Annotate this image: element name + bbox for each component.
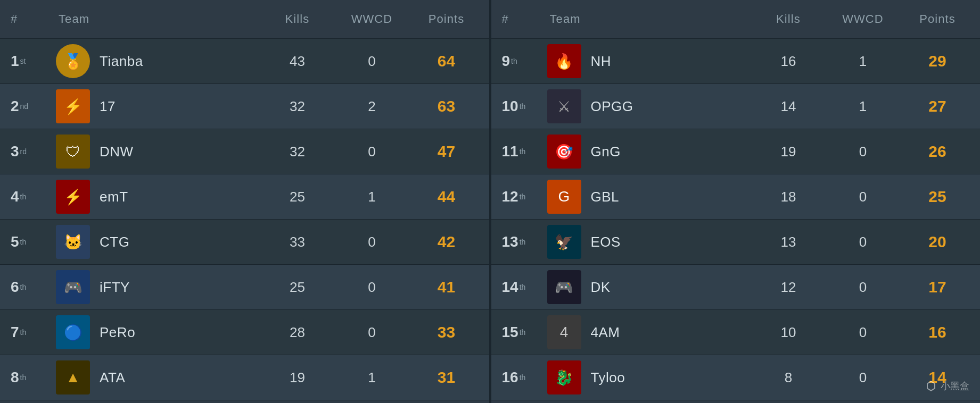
team-logo: 4 — [547, 315, 581, 349]
points-cell: 64 — [409, 52, 484, 70]
table-row: 5 th 🐱 CTG 33 0 42 — [0, 220, 489, 265]
rank-number: 3 — [11, 143, 19, 160]
kills-cell: 16 — [751, 53, 826, 70]
right-header-rank: # — [497, 12, 545, 26]
wwcd-cell: 1 — [826, 53, 900, 70]
team-logo: 🔵 — [56, 315, 90, 349]
table-row: 11 th 🎯 GnG 19 0 26 — [491, 129, 981, 174]
rank-suffix: st — [20, 57, 26, 65]
rank-cell: 4 th — [5, 188, 53, 205]
rank-suffix: th — [20, 373, 27, 382]
rank-suffix: th — [20, 283, 27, 291]
wwcd-cell: 1 — [826, 98, 900, 115]
team-name: Tyloo — [591, 370, 625, 386]
wwcd-cell: 0 — [335, 53, 409, 70]
points-cell: 42 — [409, 233, 484, 251]
kills-cell: 28 — [260, 324, 335, 341]
rank-cell: 14 th — [497, 279, 545, 296]
kills-cell: 33 — [260, 234, 335, 250]
rank-number: 6 — [11, 279, 19, 296]
rank-suffix: th — [20, 192, 27, 201]
points-cell: 17 — [900, 278, 975, 296]
team-name: CTG — [100, 234, 129, 250]
team-cell: ⚡ emT — [53, 180, 260, 214]
rank-cell: 6 th — [5, 279, 53, 296]
rank-cell: 8 th — [5, 369, 53, 386]
wwcd-cell: 0 — [826, 234, 900, 250]
rank-suffix: rd — [20, 147, 27, 156]
rank-suffix: th — [520, 238, 526, 246]
right-table-section: # Team Kills WWCD Points 9 th 🔥 NH 16 1 … — [491, 0, 981, 403]
rank-number: 5 — [11, 233, 19, 250]
team-cell: 🎮 DK — [545, 270, 752, 304]
rank-number: 1 — [11, 53, 19, 70]
kills-cell: 8 — [751, 370, 826, 386]
right-header-team: Team — [545, 12, 752, 26]
rank-number: 8 — [11, 369, 19, 386]
points-cell: 20 — [900, 233, 975, 251]
points-cell: 29 — [900, 52, 975, 70]
wwcd-cell: 2 — [335, 98, 409, 115]
team-logo: 🎮 — [56, 270, 90, 304]
rank-cell: 12 th — [497, 188, 545, 205]
table-row: 10 th ⚔ OPGG 14 1 27 — [491, 84, 981, 129]
team-cell: ⚡ 17 — [53, 89, 260, 123]
team-name: GnG — [591, 144, 621, 160]
team-logo: ▲ — [56, 360, 90, 394]
team-logo: 🐱 — [56, 225, 90, 259]
team-name: NH — [591, 53, 612, 70]
table-row: 1 st 🏅 Tianba 43 0 64 — [0, 39, 489, 84]
team-name: Tianba — [100, 53, 143, 70]
rank-suffix: th — [520, 102, 526, 111]
rank-number: 9 — [502, 53, 510, 70]
rank-number: 4 — [11, 188, 19, 205]
rank-suffix: th — [20, 238, 27, 246]
wwcd-cell: 1 — [335, 370, 409, 386]
team-logo: ⚡ — [56, 89, 90, 123]
rank-suffix: th — [520, 283, 526, 291]
left-header-kills: Kills — [260, 12, 335, 26]
table-row: 12 th G GBL 18 0 25 — [491, 174, 981, 220]
team-logo: ⚔ — [547, 89, 581, 123]
team-cell: 🦅 EOS — [545, 225, 752, 259]
rank-number: 2 — [11, 98, 19, 115]
table-row: 3 rd 🛡 DNW 32 0 47 — [0, 129, 489, 174]
points-cell: 47 — [409, 142, 484, 161]
right-header-kills: Kills — [751, 12, 826, 26]
left-header-row: # Team Kills WWCD Points — [0, 0, 489, 39]
right-header-points: Points — [900, 12, 975, 26]
kills-cell: 14 — [751, 98, 826, 115]
rank-cell: 1 st — [5, 53, 53, 70]
team-cell: G GBL — [545, 180, 752, 214]
points-cell: 25 — [900, 188, 975, 206]
watermark: 小黑盒 — [925, 380, 969, 392]
table-row: 16 th 🐉 Tyloo 8 0 14 — [491, 355, 981, 400]
rank-cell: 3 rd — [5, 143, 53, 160]
team-logo: 🏅 — [56, 44, 90, 78]
team-logo: 🎯 — [547, 135, 581, 169]
table-row: 2 nd ⚡ 17 32 2 63 — [0, 84, 489, 129]
rank-suffix: nd — [20, 102, 29, 111]
rank-cell: 10 th — [497, 98, 545, 115]
kills-cell: 13 — [751, 234, 826, 250]
team-cell: ▲ ATA — [53, 360, 260, 394]
wwcd-cell: 1 — [335, 189, 409, 205]
rank-cell: 11 th — [497, 143, 545, 160]
wwcd-cell: 0 — [826, 189, 900, 205]
left-header-wwcd: WWCD — [335, 12, 409, 26]
wwcd-cell: 0 — [335, 324, 409, 341]
team-name: ATA — [100, 370, 125, 386]
wwcd-cell: 0 — [826, 144, 900, 160]
rank-number: 14 — [502, 279, 518, 296]
kills-cell: 25 — [260, 279, 335, 296]
table-row: 9 th 🔥 NH 16 1 29 — [491, 39, 981, 84]
kills-cell: 32 — [260, 98, 335, 115]
points-cell: 33 — [409, 323, 484, 341]
kills-cell: 10 — [751, 324, 826, 341]
team-cell: 🛡 DNW — [53, 135, 260, 169]
rank-cell: 5 th — [5, 233, 53, 250]
rank-number: 12 — [502, 188, 518, 205]
kills-cell: 32 — [260, 144, 335, 160]
points-cell: 63 — [409, 97, 484, 115]
left-header-rank: # — [5, 12, 53, 26]
